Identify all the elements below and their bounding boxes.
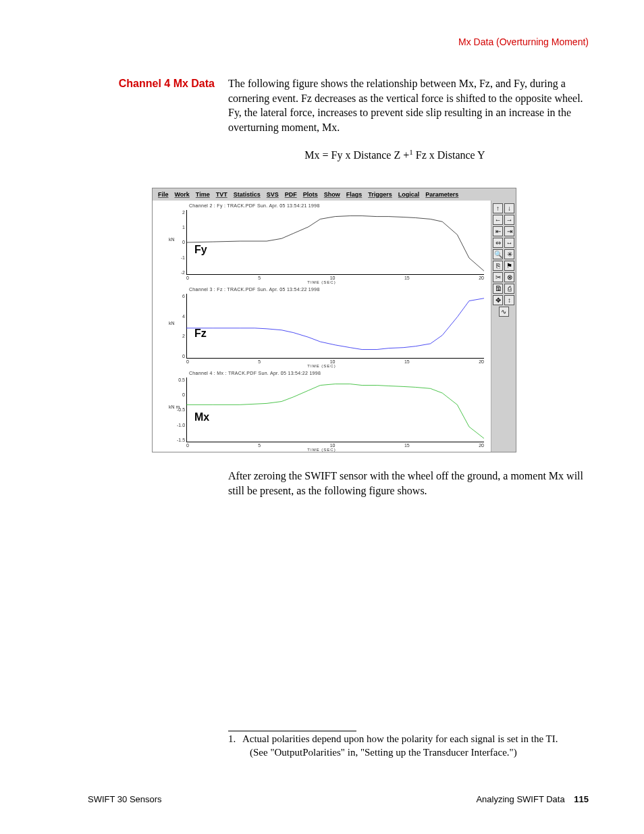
ytick: -1.0: [177, 423, 185, 427]
arrow-right-icon[interactable]: →: [504, 215, 514, 225]
footer-section: Analyzing SWIFT Data: [476, 794, 564, 804]
menu-plots[interactable]: Plots: [303, 191, 318, 198]
subplot-fy-ylabel: kN: [169, 237, 175, 242]
xtick: 5: [258, 443, 261, 448]
section-body: The following figure shows the relations…: [228, 76, 589, 161]
toolbar: ↑ ↓ ← → ⇤ ⇥ ⇔ ↔ 🔍 ✳ ⎘ ⚑: [491, 201, 516, 452]
wave-icon[interactable]: ∿: [499, 307, 509, 317]
cut-icon[interactable]: ✂: [493, 272, 503, 282]
equation-post: Fz x Distance Y: [413, 149, 485, 161]
after-paragraph: After zeroing the SWIFT sensor with the …: [228, 469, 589, 498]
ytick: 2: [177, 334, 185, 338]
ytick: -2: [177, 270, 185, 275]
xtick: 20: [479, 359, 484, 364]
fz-line: [186, 294, 484, 359]
updown-icon[interactable]: ↕: [504, 295, 514, 305]
menu-triggers[interactable]: Triggers: [368, 191, 392, 198]
move-icon[interactable]: ✥: [493, 295, 503, 305]
plot-area: Channel 2 : Fy : TRACK.PDF Sun. Apr. 05 …: [153, 201, 491, 452]
ytick: -1.5: [177, 438, 185, 442]
xtick: 15: [404, 359, 410, 364]
menu-work[interactable]: Work: [175, 191, 190, 198]
arrow-left-icon[interactable]: ←: [493, 215, 503, 225]
subplot-fy-title: Channel 2 : Fy : TRACK.PDF Sun. Apr. 05 …: [189, 203, 485, 208]
menu-tvt[interactable]: TVT: [216, 191, 227, 198]
menubar: File Work Time TVT Statistics SVS PDF Pl…: [153, 188, 516, 201]
xtick: 5: [258, 359, 261, 364]
subplot-fz-ylabel: kN: [169, 321, 175, 325]
footnote: 1. Actual polarities depend upon how the…: [228, 732, 589, 760]
footer: SWIFT 30 Sensors Analyzing SWIFT Data 11…: [88, 794, 589, 804]
xtick: 5: [258, 276, 261, 280]
subplot-fz-label: Fz: [194, 328, 207, 340]
zoom-icon[interactable]: 🔍: [493, 249, 503, 259]
compress-horiz-icon[interactable]: ↔: [504, 238, 514, 248]
mx-line: [186, 377, 484, 442]
menu-pdf[interactable]: PDF: [285, 191, 297, 198]
save-icon[interactable]: 🖺: [493, 284, 503, 294]
page-number: 115: [574, 794, 589, 804]
fy-line: [186, 210, 484, 275]
xtick: 10: [330, 443, 336, 448]
subplot-mx-label: Mx: [194, 411, 209, 423]
reset-icon[interactable]: ✳: [504, 249, 514, 259]
subplot-fy-label: Fy: [194, 244, 207, 256]
menu-file[interactable]: File: [158, 191, 169, 198]
subplot-fz-xticks: 0 5 10 15 20: [186, 359, 484, 364]
menu-svs[interactable]: SVS: [267, 191, 279, 198]
footnote-line2: (See "OutputPolarities" in, "Setting up …: [250, 746, 589, 759]
delete-icon[interactable]: ⊗: [504, 272, 514, 282]
ytick: 1: [177, 225, 185, 230]
bar-right-icon[interactable]: ⇥: [504, 226, 514, 236]
xtick: 0: [186, 359, 189, 364]
subplot-mx-xlabel: TIME (SEC): [153, 448, 491, 452]
subplot-fy: Channel 2 : Fy : TRACK.PDF Sun. Apr. 05 …: [153, 201, 491, 284]
xtick: 15: [404, 443, 410, 448]
subplot-mx: Channel 4 : Mx : TRACK.PDF Sun. Apr. 05 …: [153, 368, 491, 452]
footer-left: SWIFT 30 Sensors: [88, 794, 162, 804]
xtick: 0: [186, 276, 189, 280]
menu-flags[interactable]: Flags: [346, 191, 363, 198]
menu-statistics[interactable]: Statistics: [234, 191, 261, 198]
subplot-fz-title: Channel 3 : Fz : TRACK.PDF Sun. Apr. 05 …: [189, 287, 485, 292]
intro-paragraph: The following figure shows the relations…: [228, 76, 589, 134]
arrow-up-icon[interactable]: ↑: [493, 203, 503, 213]
section-heading: Channel 4 Mx Data: [113, 76, 221, 91]
expand-horiz-icon[interactable]: ⇔: [493, 238, 503, 248]
subplot-fz: Channel 3 : Fz : TRACK.PDF Sun. Apr. 05 …: [153, 284, 491, 368]
ytick: 6: [177, 294, 185, 298]
ytick: 4: [177, 314, 185, 319]
section: Channel 4 Mx Data The following figure s…: [113, 76, 589, 176]
subplot-mx-yticks: 0.5 0 -0.5 -1.0 -1.5: [177, 377, 185, 442]
bar-left-icon[interactable]: ⇤: [493, 226, 503, 236]
ytick: 0: [177, 354, 185, 359]
running-head: Mx Data (Overturning Moment): [458, 36, 589, 47]
menu-show[interactable]: Show: [324, 191, 340, 198]
xtick: 0: [186, 443, 189, 448]
menu-parameters[interactable]: Parameters: [425, 191, 458, 198]
subplot-fz-yticks: 6 4 2 0: [177, 294, 185, 359]
subplot-fy-yticks: 2 1 0 -1 -2: [177, 210, 185, 275]
xtick: 10: [330, 359, 336, 364]
menu-logical[interactable]: Logical: [398, 191, 420, 198]
footnote-rule: [228, 731, 356, 731]
arrow-down-icon[interactable]: ↓: [504, 203, 514, 213]
ytick: 0: [177, 392, 185, 397]
equation: Mx = Fy x Distance Z +1 Fz x Distance Y: [215, 149, 575, 161]
page-icon[interactable]: ⎘: [493, 261, 503, 271]
subplot-mx-xticks: 0 5 10 15 20: [186, 443, 484, 448]
footnote-number: 1.: [228, 732, 240, 746]
equation-pre: Mx = Fy x Distance Z +: [304, 149, 409, 161]
xtick: 10: [330, 276, 336, 280]
ytick: -0.5: [177, 407, 185, 412]
print-icon[interactable]: ⎙: [504, 284, 514, 294]
subplot-mx-title: Channel 4 : Mx : TRACK.PDF Sun. Apr. 05 …: [189, 371, 485, 375]
ytick: 2: [177, 210, 185, 215]
subplot-fy-xticks: 0 5 10 15 20: [186, 276, 484, 280]
ytick: -1: [177, 255, 185, 260]
embedded-plot-window: File Work Time TVT Statistics SVS PDF Pl…: [152, 188, 516, 452]
flag-icon[interactable]: ⚑: [504, 261, 514, 271]
footnote-line1: Actual polarities depend upon how the po…: [242, 733, 558, 744]
xtick: 20: [479, 443, 484, 448]
menu-time[interactable]: Time: [196, 191, 210, 198]
